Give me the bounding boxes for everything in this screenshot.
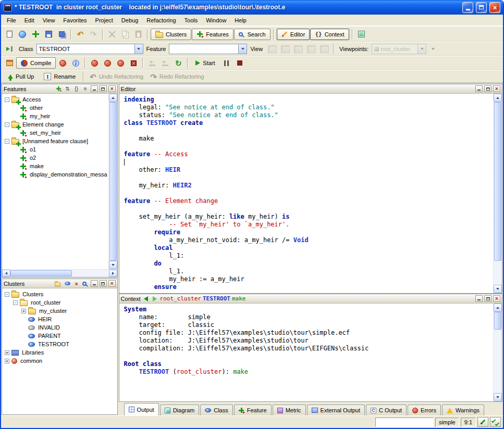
menu-file[interactable]: File <box>3 16 20 25</box>
scrollbar-thumb[interactable] <box>494 312 501 330</box>
viewpoints-combo-dropdown[interactable] <box>417 44 426 54</box>
tab-warnings[interactable]: Warnings <box>442 405 484 415</box>
freeze-button[interactable] <box>88 57 101 69</box>
project-settings-button[interactable] <box>3 57 16 69</box>
tree-item-root-cluster[interactable]: -root_cluster <box>2 298 117 307</box>
view-basic-button[interactable] <box>266 43 278 55</box>
collapse-box[interactable]: - <box>5 139 9 144</box>
scroll-down-button[interactable] <box>494 285 502 293</box>
feature-combo-dropdown[interactable] <box>238 44 247 54</box>
context-maximize-button[interactable] <box>484 295 491 302</box>
copy-button[interactable] <box>119 29 131 40</box>
scroll-down-button[interactable] <box>109 261 117 269</box>
sort-button[interactable]: ⇅ <box>64 85 71 92</box>
tree-item-o2[interactable]: o2 <box>2 154 108 162</box>
features-tree[interactable]: -Accessothermy_heir-Element changeset_my… <box>2 94 108 269</box>
viewpoints-extra-dropdown[interactable] <box>427 43 439 55</box>
tree-item-element-change[interactable]: -Element change <box>2 120 108 129</box>
context-forward-button[interactable] <box>151 295 158 302</box>
close-button[interactable]: × <box>489 2 500 13</box>
finalize-button[interactable] <box>101 57 114 69</box>
undo-refactoring-button[interactable]: ↶Undo Refactoring <box>87 73 146 81</box>
scroll-up-button[interactable] <box>109 94 117 102</box>
collapse-box[interactable]: - <box>5 97 9 102</box>
breadcrumb-feature[interactable]: make <box>232 295 246 302</box>
tree-item-parent[interactable]: PARENT <box>2 332 117 340</box>
tree-item-invalid[interactable]: INVALID <box>2 323 117 332</box>
editor-code-area[interactable]: indexing legal: "See notice at end of cl… <box>119 94 493 293</box>
scroll-right-button[interactable] <box>109 270 117 277</box>
editor-maximize-button[interactable] <box>484 85 491 92</box>
tree-item-unnamed-feature-clause[interactable]: -[Unnamed feature clause] <box>2 137 108 145</box>
expand-box[interactable]: + <box>5 350 9 355</box>
menu-view[interactable]: View <box>39 16 59 25</box>
scroll-down-button[interactable] <box>494 393 502 401</box>
collapse-box[interactable]: - <box>5 122 9 127</box>
expand-box[interactable]: + <box>5 359 9 363</box>
tree-item-make[interactable]: make <box>2 162 108 170</box>
breadcrumb-cluster[interactable]: root_cluster <box>160 295 201 302</box>
features-maximize-button[interactable] <box>100 85 107 92</box>
view-flat-button[interactable] <box>292 43 304 55</box>
breadcrumb-class[interactable]: TESTROOT <box>203 295 230 302</box>
melt-button[interactable] <box>56 57 69 69</box>
paste-button[interactable] <box>132 29 144 40</box>
clusters-close-button[interactable]: × <box>108 280 116 287</box>
view-clickable-button[interactable] <box>279 43 291 55</box>
tree-item-libraries[interactable]: +Libraries <box>2 348 117 357</box>
stop-button[interactable] <box>233 57 246 69</box>
tree-item-heir[interactable]: HEIR <box>2 315 117 323</box>
list-view-button[interactable]: ≡ <box>82 85 89 92</box>
tree-item-testroot[interactable]: TESTROOT <box>2 340 117 348</box>
precompile-button[interactable] <box>114 57 127 69</box>
add-button[interactable] <box>29 29 42 40</box>
collapse-box[interactable]: - <box>13 300 18 305</box>
menu-help[interactable]: Help <box>230 16 251 25</box>
scrollbar-thumb[interactable] <box>494 102 501 261</box>
checks-status-button[interactable] <box>490 417 501 427</box>
scroll-up-button[interactable] <box>494 94 502 102</box>
features-minimize-button[interactable] <box>91 85 98 92</box>
new-cluster-button[interactable] <box>53 280 62 287</box>
search-button[interactable]: Search <box>234 29 271 40</box>
clusters-minimize-button[interactable] <box>91 280 98 287</box>
tree-item-my-cluster[interactable]: +my_cluster <box>2 307 117 315</box>
cancel-compile-button[interactable] <box>127 57 140 69</box>
refresh-button[interactable]: ↻ <box>172 57 185 69</box>
tree-item-display-demonstration-messa[interactable]: display_demonstration_messa <box>2 170 108 179</box>
menu-debug[interactable]: Debug <box>117 16 142 25</box>
scrollbar-track[interactable] <box>494 261 502 285</box>
restore-button[interactable] <box>476 2 487 13</box>
context-output-area[interactable]: System name: simple target: classic conf… <box>119 304 493 401</box>
menu-edit[interactable]: Edit <box>20 16 39 25</box>
editor-toggle-button[interactable]: Editor <box>277 29 310 40</box>
tree-item-other[interactable]: other <box>2 104 108 112</box>
tree-item-clusters[interactable]: -Clusters <box>2 290 117 298</box>
compile-button[interactable]: Compile <box>16 57 56 69</box>
feature-view-button[interactable] <box>55 85 63 92</box>
step-into-button[interactable] <box>159 57 171 69</box>
class-navigate-button[interactable] <box>3 43 16 55</box>
undo-button[interactable]: ↶ <box>74 29 87 40</box>
view-contract-button[interactable] <box>305 43 317 55</box>
tree-item-my-heir[interactable]: my_heir <box>2 112 108 120</box>
cut-button[interactable] <box>106 29 118 40</box>
menu-tools[interactable]: Tools <box>180 16 202 25</box>
context-vertical-scrollbar[interactable] <box>493 304 502 401</box>
menu-window[interactable]: Window <box>202 16 230 25</box>
context-close-button[interactable]: × <box>493 295 500 302</box>
context-minimize-button[interactable] <box>475 295 483 302</box>
feature-combo[interactable] <box>169 44 247 54</box>
edit-mode-button[interactable] <box>477 417 488 427</box>
tab-feature[interactable]: Feature <box>234 405 272 415</box>
title-bar[interactable]: * TESTROOT in cluster root_cluster locat… <box>1 0 503 15</box>
pull-up-button[interactable]: Pull Up <box>3 71 39 82</box>
tab-diagram[interactable]: Diagram <box>160 405 200 415</box>
scrollbar-track[interactable] <box>494 330 502 393</box>
system-info-button[interactable]: i <box>69 57 82 69</box>
pause-button[interactable] <box>220 57 233 69</box>
start-button[interactable]: Start <box>191 57 219 69</box>
tree-item-common[interactable]: +common <box>2 357 117 365</box>
scrollbar-thumb[interactable] <box>10 270 72 276</box>
menu-refactoring[interactable]: Refactoring <box>142 16 180 25</box>
